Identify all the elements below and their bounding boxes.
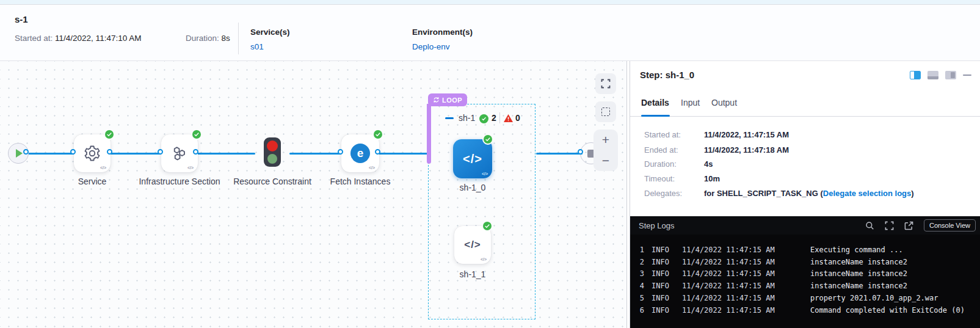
log-line-number: 2 — [638, 258, 644, 266]
marquee-select-button[interactable] — [595, 101, 616, 122]
hexagons-icon — [170, 144, 189, 162]
step-logs-header: Step Logs Console View — [630, 216, 980, 235]
port — [158, 149, 163, 155]
log-level: INFO — [652, 246, 675, 254]
bottom-view-icon[interactable] — [927, 71, 938, 79]
gear-icon — [83, 144, 101, 162]
check-icon — [484, 223, 490, 229]
environments-column: Environment(s) Deplo-env — [412, 27, 473, 52]
pipeline-canvas[interactable]: </> Service </> Infrastructure Section R… — [0, 61, 626, 328]
node-sh-1-0[interactable]: </> </> — [453, 139, 492, 178]
success-count: 2 — [492, 113, 496, 123]
tab-details[interactable]: Details — [641, 98, 669, 108]
shell-script-icon: </> — [463, 152, 482, 166]
detail-value: 11/4/2022, 11:47:18 AM — [704, 145, 789, 155]
detail-label: Duration: — [644, 159, 702, 169]
node-label-service: Service — [49, 176, 135, 188]
log-message: property 2021.07.10_app_2.war — [810, 294, 938, 302]
log-timestamp: 11/4/2022 11:47:15 AM — [682, 246, 785, 254]
node-infrastructure[interactable]: </> — [161, 134, 198, 172]
marquee-icon — [601, 108, 610, 116]
open-in-new-tab-icon[interactable] — [904, 221, 913, 230]
step-details-panel: Step: sh-1_0 Details Input Output Starte… — [630, 61, 980, 328]
zoom-in-button[interactable]: + — [593, 129, 618, 150]
edge-fetch-loop — [379, 153, 429, 155]
check-icon — [106, 131, 112, 137]
log-level: INFO — [652, 294, 675, 302]
log-line: 2 INFO 11/4/2022 11:47:15 AM instanceNam… — [638, 256, 980, 268]
failed-count: 0 — [515, 113, 520, 123]
loop-group-name: sh-1 — [459, 113, 475, 123]
delegate-selection-logs-link[interactable]: Delegate selection logs — [823, 189, 912, 198]
node-service[interactable]: </> — [74, 134, 111, 172]
log-message: instanceName instance2 — [810, 282, 907, 290]
port — [70, 149, 76, 155]
code-corner-icon: </> — [187, 166, 194, 170]
node-fetch-instances[interactable]: e </> — [341, 134, 379, 172]
node-label-resource-constraint: Resource Constraint — [230, 176, 315, 188]
header-divider — [238, 23, 239, 54]
detail-value: 10m — [704, 174, 720, 183]
loop-group-box — [428, 104, 535, 319]
log-line: 4 INFO 11/4/2022 11:47:15 AM instanceNam… — [638, 280, 980, 292]
pipeline-name: s-1 — [15, 14, 28, 24]
log-line: 6 INFO 11/4/2022 11:47:15 AM Command com… — [638, 304, 980, 316]
success-badge — [482, 220, 493, 231]
top-accent-strip — [0, 0, 980, 5]
loop-badge-label: LOOP — [442, 97, 462, 104]
log-line-number: 5 — [638, 294, 644, 302]
expand-logs-icon[interactable] — [885, 221, 894, 230]
port — [23, 149, 29, 155]
duration-meta: Duration: 8s — [186, 34, 230, 43]
log-line: 1 INFO 11/4/2022 11:47:15 AM Executing c… — [638, 244, 980, 256]
edge-loop-end — [536, 153, 583, 155]
console-view-button[interactable]: Console View — [924, 219, 976, 231]
success-badge — [372, 129, 383, 140]
zoom-out-button[interactable]: − — [593, 150, 618, 171]
collapse-group-button[interactable] — [445, 117, 454, 119]
tab-output[interactable]: Output — [711, 98, 737, 108]
log-line-number: 4 — [638, 282, 644, 290]
edge-start-service — [27, 153, 76, 155]
node-resource-constraint[interactable] — [264, 137, 281, 167]
success-count-icon — [479, 114, 488, 123]
detail-label: Timeout: — [644, 174, 702, 183]
node-label-fetch-instances: Fetch Instances — [318, 176, 403, 188]
success-badge — [104, 129, 115, 140]
log-level: INFO — [652, 258, 675, 266]
panel-tabs: Details Input Output — [630, 95, 980, 117]
service-link[interactable]: s01 — [250, 42, 264, 51]
port — [578, 149, 583, 155]
log-level: INFO — [652, 282, 675, 290]
tab-input[interactable]: Input — [681, 98, 700, 108]
detail-value: 11/4/2022, 11:47:15 AM — [704, 130, 789, 139]
success-badge — [482, 134, 493, 145]
detail-value: 4s — [704, 159, 713, 169]
fit-to-screen-button[interactable] — [595, 73, 616, 94]
log-timestamp: 11/4/2022 11:47:15 AM — [682, 294, 785, 302]
services-label: Service(s) — [250, 27, 290, 37]
fetch-instances-icon: e — [350, 144, 370, 163]
search-icon[interactable] — [865, 221, 874, 230]
warning-icon — [503, 114, 514, 123]
environment-link[interactable]: Deplo-env — [412, 42, 450, 51]
port — [338, 149, 343, 155]
fullscreen-icon — [601, 79, 611, 89]
minimize-panel-icon[interactable] — [963, 75, 971, 76]
log-timestamp: 11/4/2022 11:47:15 AM — [682, 269, 785, 278]
loop-badge[interactable]: LOOP — [428, 93, 467, 106]
detail-label: Ended at: — [644, 145, 702, 155]
pipeline-execution-page: s-1 Started at: 11/4/2022, 11:47:10 AM D… — [0, 0, 980, 328]
split-view-icon[interactable] — [910, 71, 921, 79]
step-logs-title: Step Logs — [639, 221, 675, 230]
node-sh-1-1[interactable]: </> </> — [454, 226, 491, 264]
log-level: INFO — [652, 306, 675, 315]
right-view-icon[interactable] — [945, 71, 956, 79]
logs-actions: Console View — [865, 219, 976, 231]
check-icon — [485, 136, 491, 142]
step-logs-section: Step Logs Console View 1 — [630, 216, 980, 328]
step-logs-body[interactable]: 1 INFO 11/4/2022 11:47:15 AM Executing c… — [630, 235, 980, 328]
services-column: Service(s) s01 — [250, 27, 290, 52]
detail-value: for SHELL_SCRIPT_TASK_NG (Delegate selec… — [704, 189, 914, 198]
delegates-suffix: ) — [911, 189, 913, 198]
